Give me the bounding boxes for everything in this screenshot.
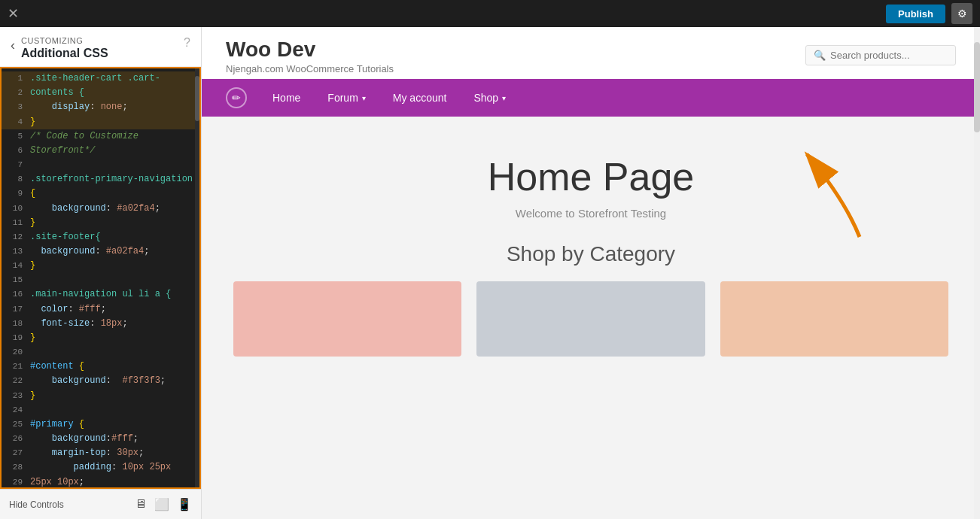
code-line: 10 background: #a02fa4;	[2, 202, 199, 216]
chevron-down-icon: ▾	[362, 94, 366, 102]
product-card-3[interactable]	[720, 281, 948, 357]
nav-item-home[interactable]: Home	[259, 79, 314, 117]
nav-items: Home Forum ▾ My account Shop ▾	[259, 79, 956, 117]
code-editor-wrap: 1.site-header-cart .cart-2contents {3 di…	[0, 67, 201, 489]
sidebar-bottom: Hide Controls 🖥 ⬜ 📱	[0, 489, 201, 519]
code-line: 8.storefront-primary-navigation	[2, 172, 199, 187]
hide-controls-label[interactable]: Hide Controls	[9, 499, 64, 510]
product-card-2[interactable]	[476, 281, 705, 357]
code-line: 22 background: #f3f3f3;	[2, 374, 199, 388]
code-line: 24	[2, 403, 199, 417]
code-line: 23}	[2, 389, 199, 403]
nav-bar: ✏ Home Forum ▾ My account Shop ▾	[202, 79, 980, 117]
publish-button[interactable]: Publish	[886, 5, 945, 23]
code-line: 1.site-header-cart .cart-	[2, 71, 199, 86]
code-line: 12.site-footer{	[2, 230, 199, 244]
search-box[interactable]: 🔍	[805, 45, 956, 65]
main-layout: ‹ Customizing Additional CSS ? 1.site-he…	[0, 27, 980, 519]
hero-title: Home Page	[488, 154, 695, 199]
search-icon: 🔍	[814, 50, 826, 61]
code-line: 6Storefront*/	[2, 144, 199, 158]
code-line: 28 padding: 10px 25px	[2, 460, 199, 475]
hero-section: Home Page Welcome to Storefront Testing	[488, 139, 695, 242]
customizing-label: Customizing	[21, 36, 184, 45]
site-title: Woo Dev	[226, 38, 394, 62]
code-line: 7	[2, 158, 199, 172]
code-line: 25#primary {	[2, 417, 199, 432]
code-line: 19}	[2, 331, 199, 345]
code-line: 2925px 10px;	[2, 475, 199, 488]
nav-item-forum[interactable]: Forum ▾	[314, 79, 379, 117]
preview-area: Woo Dev Njengah.com WooCommerce Tutorial…	[202, 27, 980, 519]
code-line: 9{	[2, 187, 199, 201]
hero-subtitle: Welcome to Storefront Testing	[488, 207, 695, 220]
code-line: 13 background: #a02fa4;	[2, 244, 199, 259]
search-input[interactable]	[830, 50, 948, 61]
tablet-icon[interactable]: ⬜	[154, 497, 169, 511]
desktop-icon[interactable]: 🖥	[135, 497, 147, 511]
arrow-annotation	[769, 139, 890, 247]
code-line: 27 margin-top: 30px;	[2, 446, 199, 460]
code-line: 3 display: none;	[2, 100, 199, 114]
code-line: 2contents {	[2, 86, 199, 100]
top-bar: ✕ Publish ⚙	[0, 0, 980, 27]
content-area: Home Page Welcome to Storefront Testing …	[202, 117, 980, 519]
sidebar-header: ‹ Customizing Additional CSS ?	[0, 27, 201, 67]
code-line: 4}	[2, 115, 199, 129]
orange-arrow-svg	[769, 139, 890, 244]
mobile-icon[interactable]: 📱	[177, 497, 192, 511]
code-editor[interactable]: 1.site-header-cart .cart-2contents {3 di…	[2, 68, 199, 487]
section-title: Additional CSS	[21, 47, 184, 60]
code-line: 11}	[2, 216, 199, 230]
chevron-down-icon-shop: ▾	[502, 94, 506, 102]
code-line: 15	[2, 273, 199, 287]
product-card-1[interactable]	[233, 281, 461, 357]
site-header-row: Woo Dev Njengah.com WooCommerce Tutorial…	[202, 27, 980, 79]
preview-scrollbar[interactable]	[974, 27, 980, 519]
nav-item-shop[interactable]: Shop ▾	[460, 79, 519, 117]
sidebar: ‹ Customizing Additional CSS ? 1.site-he…	[0, 27, 202, 519]
code-line: 20	[2, 345, 199, 360]
nav-edit-button[interactable]: ✏	[226, 87, 247, 108]
code-line: 17 color: #fff;	[2, 302, 199, 317]
code-line: 21#content {	[2, 360, 199, 374]
site-title-group: Woo Dev Njengah.com WooCommerce Tutorial…	[226, 38, 394, 74]
code-line: 16.main-navigation ul li a {	[2, 287, 199, 302]
code-line: 26 background:#fff;	[2, 432, 199, 446]
code-line: 5/* Code to Customize	[2, 129, 199, 144]
close-icon[interactable]: ✕	[8, 7, 19, 20]
scrollbar-thumb	[974, 42, 980, 132]
sidebar-title-group: Customizing Additional CSS	[15, 36, 184, 60]
product-grid	[233, 281, 948, 357]
site-subtitle: Njengah.com WooCommerce Tutorials	[226, 63, 394, 74]
help-icon[interactable]: ?	[184, 36, 190, 50]
nav-item-myaccount[interactable]: My account	[379, 79, 461, 117]
code-line: 14}	[2, 259, 199, 273]
code-line: 18 font-size: 18px;	[2, 317, 199, 331]
shop-section-title: Shop by Category	[507, 242, 675, 266]
gear-button[interactable]: ⚙	[951, 3, 972, 24]
